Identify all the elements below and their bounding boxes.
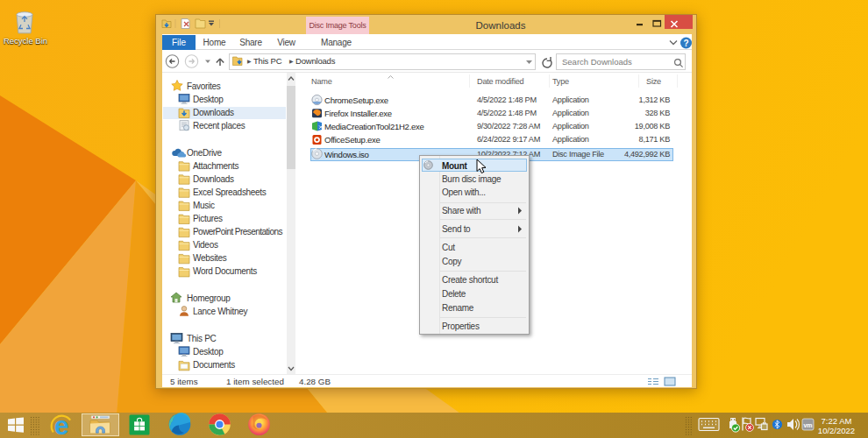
svg-text:?: ?: [683, 39, 688, 48]
